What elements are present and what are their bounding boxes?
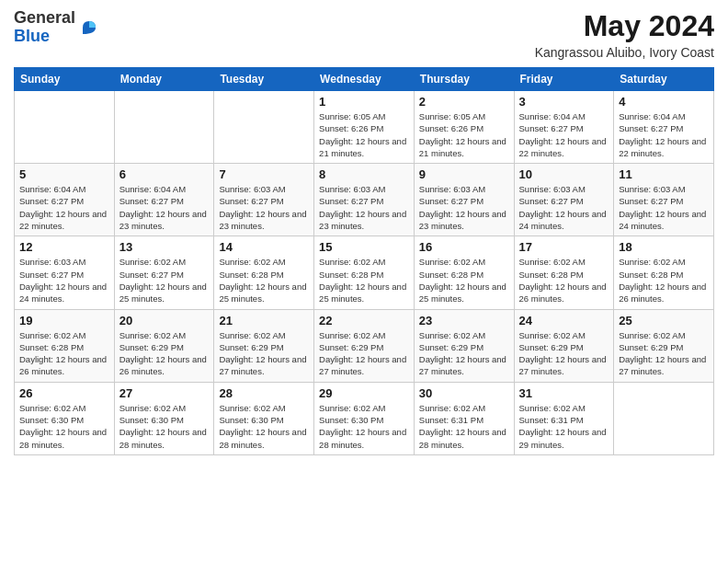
cell-sun-info: Sunrise: 6:02 AM Sunset: 6:29 PM Dayligh… (419, 329, 509, 378)
calendar-cell: 5Sunrise: 6:04 AM Sunset: 6:27 PM Daylig… (15, 164, 115, 236)
calendar-cell: 15Sunrise: 6:02 AM Sunset: 6:28 PM Dayli… (314, 236, 415, 309)
day-of-week-header: Sunday (15, 68, 115, 91)
calendar-week-row: 26Sunrise: 6:02 AM Sunset: 6:30 PM Dayli… (15, 382, 714, 454)
cell-sun-info: Sunrise: 6:03 AM Sunset: 6:27 PM Dayligh… (219, 183, 309, 232)
cell-sun-info: Sunrise: 6:02 AM Sunset: 6:28 PM Dayligh… (419, 256, 509, 304)
cell-day-number: 19 (19, 314, 109, 327)
cell-sun-info: Sunrise: 6:04 AM Sunset: 6:27 PM Dayligh… (619, 110, 709, 159)
cell-sun-info: Sunrise: 6:02 AM Sunset: 6:28 PM Dayligh… (219, 256, 309, 304)
cell-day-number: 5 (19, 167, 109, 181)
calendar-cell: 8Sunrise: 6:03 AM Sunset: 6:27 PM Daylig… (314, 164, 415, 236)
calendar-cell: 21Sunrise: 6:02 AM Sunset: 6:29 PM Dayli… (214, 309, 314, 382)
cell-day-number: 24 (519, 314, 609, 327)
cell-day-number: 20 (119, 314, 210, 327)
cell-day-number: 12 (19, 240, 109, 254)
cell-sun-info: Sunrise: 6:02 AM Sunset: 6:29 PM Dayligh… (219, 329, 309, 378)
cell-day-number: 28 (219, 386, 309, 400)
cell-sun-info: Sunrise: 6:05 AM Sunset: 6:26 PM Dayligh… (319, 110, 409, 159)
calendar-cell: 22Sunrise: 6:02 AM Sunset: 6:29 PM Dayli… (314, 309, 415, 382)
month-title: May 2024 (535, 9, 714, 43)
calendar-cell: 7Sunrise: 6:03 AM Sunset: 6:27 PM Daylig… (214, 164, 314, 236)
cell-sun-info: Sunrise: 6:04 AM Sunset: 6:27 PM Dayligh… (19, 183, 109, 232)
cell-sun-info: Sunrise: 6:02 AM Sunset: 6:31 PM Dayligh… (419, 402, 509, 451)
cell-sun-info: Sunrise: 6:02 AM Sunset: 6:30 PM Dayligh… (119, 402, 210, 451)
cell-day-number: 25 (619, 314, 709, 327)
cell-day-number: 26 (19, 386, 109, 400)
calendar-cell: 6Sunrise: 6:04 AM Sunset: 6:27 PM Daylig… (114, 164, 214, 236)
cell-day-number: 3 (519, 95, 609, 109)
cell-sun-info: Sunrise: 6:02 AM Sunset: 6:27 PM Dayligh… (119, 256, 210, 304)
calendar-cell: 17Sunrise: 6:02 AM Sunset: 6:28 PM Dayli… (514, 236, 614, 309)
calendar-cell: 26Sunrise: 6:02 AM Sunset: 6:30 PM Dayli… (15, 382, 115, 454)
cell-sun-info: Sunrise: 6:02 AM Sunset: 6:30 PM Dayligh… (319, 402, 409, 451)
cell-day-number: 1 (319, 95, 409, 109)
calendar-week-row: 5Sunrise: 6:04 AM Sunset: 6:27 PM Daylig… (15, 164, 714, 236)
calendar-week-row: 1Sunrise: 6:05 AM Sunset: 6:26 PM Daylig… (15, 91, 714, 164)
cell-day-number: 18 (619, 240, 709, 254)
calendar-cell (614, 382, 714, 454)
day-of-week-header: Wednesday (314, 68, 415, 91)
calendar-week-row: 19Sunrise: 6:02 AM Sunset: 6:28 PM Dayli… (15, 309, 714, 382)
cell-day-number: 7 (219, 167, 309, 181)
logo: General Blue (14, 9, 99, 46)
calendar-cell: 11Sunrise: 6:03 AM Sunset: 6:27 PM Dayli… (614, 164, 714, 236)
cell-sun-info: Sunrise: 6:03 AM Sunset: 6:27 PM Dayligh… (619, 183, 709, 232)
cell-sun-info: Sunrise: 6:02 AM Sunset: 6:30 PM Dayligh… (219, 402, 309, 451)
header: General Blue May 2024 Kangrassou Aluibo,… (14, 9, 714, 60)
cell-sun-info: Sunrise: 6:02 AM Sunset: 6:29 PM Dayligh… (119, 329, 210, 378)
calendar-cell: 9Sunrise: 6:03 AM Sunset: 6:27 PM Daylig… (414, 164, 514, 236)
cell-sun-info: Sunrise: 6:03 AM Sunset: 6:27 PM Dayligh… (519, 183, 609, 232)
cell-sun-info: Sunrise: 6:04 AM Sunset: 6:27 PM Dayligh… (519, 110, 609, 159)
cell-day-number: 27 (119, 386, 210, 400)
day-of-week-header: Friday (514, 68, 614, 91)
cell-day-number: 17 (519, 240, 609, 254)
calendar-cell: 28Sunrise: 6:02 AM Sunset: 6:30 PM Dayli… (214, 382, 314, 454)
calendar-cell: 16Sunrise: 6:02 AM Sunset: 6:28 PM Dayli… (414, 236, 514, 309)
cell-day-number: 16 (419, 240, 509, 254)
calendar-cell: 4Sunrise: 6:04 AM Sunset: 6:27 PM Daylig… (614, 91, 714, 164)
calendar-header-row: SundayMondayTuesdayWednesdayThursdayFrid… (15, 68, 714, 91)
cell-day-number: 30 (419, 386, 509, 400)
cell-day-number: 11 (619, 167, 709, 181)
calendar-cell: 1Sunrise: 6:05 AM Sunset: 6:26 PM Daylig… (314, 91, 415, 164)
title-section: May 2024 Kangrassou Aluibo, Ivory Coast (535, 9, 714, 60)
location-title: Kangrassou Aluibo, Ivory Coast (535, 45, 714, 60)
cell-day-number: 6 (119, 167, 210, 181)
cell-day-number: 22 (319, 314, 409, 327)
cell-sun-info: Sunrise: 6:02 AM Sunset: 6:28 PM Dayligh… (319, 256, 409, 304)
calendar-cell (15, 91, 115, 164)
calendar-cell: 29Sunrise: 6:02 AM Sunset: 6:30 PM Dayli… (314, 382, 415, 454)
cell-day-number: 15 (319, 240, 409, 254)
logo-icon (79, 17, 99, 38)
page: General Blue May 2024 Kangrassou Aluibo,… (0, 0, 728, 563)
calendar-cell: 14Sunrise: 6:02 AM Sunset: 6:28 PM Dayli… (214, 236, 314, 309)
cell-sun-info: Sunrise: 6:02 AM Sunset: 6:31 PM Dayligh… (519, 402, 609, 451)
cell-day-number: 4 (619, 95, 709, 109)
calendar: SundayMondayTuesdayWednesdayThursdayFrid… (14, 67, 714, 455)
calendar-cell: 20Sunrise: 6:02 AM Sunset: 6:29 PM Dayli… (114, 309, 214, 382)
cell-day-number: 2 (419, 95, 509, 109)
cell-day-number: 13 (119, 240, 210, 254)
cell-sun-info: Sunrise: 6:03 AM Sunset: 6:27 PM Dayligh… (419, 183, 509, 232)
cell-sun-info: Sunrise: 6:02 AM Sunset: 6:29 PM Dayligh… (619, 329, 709, 378)
calendar-cell: 18Sunrise: 6:02 AM Sunset: 6:28 PM Dayli… (614, 236, 714, 309)
calendar-cell: 13Sunrise: 6:02 AM Sunset: 6:27 PM Dayli… (114, 236, 214, 309)
cell-sun-info: Sunrise: 6:04 AM Sunset: 6:27 PM Dayligh… (119, 183, 210, 232)
calendar-cell: 27Sunrise: 6:02 AM Sunset: 6:30 PM Dayli… (114, 382, 214, 454)
calendar-week-row: 12Sunrise: 6:03 AM Sunset: 6:27 PM Dayli… (15, 236, 714, 309)
calendar-cell: 3Sunrise: 6:04 AM Sunset: 6:27 PM Daylig… (514, 91, 614, 164)
day-of-week-header: Tuesday (214, 68, 314, 91)
logo-general: General (14, 9, 75, 28)
calendar-cell: 10Sunrise: 6:03 AM Sunset: 6:27 PM Dayli… (514, 164, 614, 236)
calendar-cell: 2Sunrise: 6:05 AM Sunset: 6:26 PM Daylig… (414, 91, 514, 164)
calendar-cell: 24Sunrise: 6:02 AM Sunset: 6:29 PM Dayli… (514, 309, 614, 382)
cell-day-number: 21 (219, 314, 309, 327)
logo-text: General Blue (14, 9, 75, 46)
cell-day-number: 31 (519, 386, 609, 400)
calendar-cell: 25Sunrise: 6:02 AM Sunset: 6:29 PM Dayli… (614, 309, 714, 382)
logo-blue: Blue (14, 28, 75, 46)
day-of-week-header: Saturday (614, 68, 714, 91)
day-of-week-header: Monday (114, 68, 214, 91)
cell-day-number: 29 (319, 386, 409, 400)
cell-sun-info: Sunrise: 6:02 AM Sunset: 6:28 PM Dayligh… (19, 329, 109, 378)
